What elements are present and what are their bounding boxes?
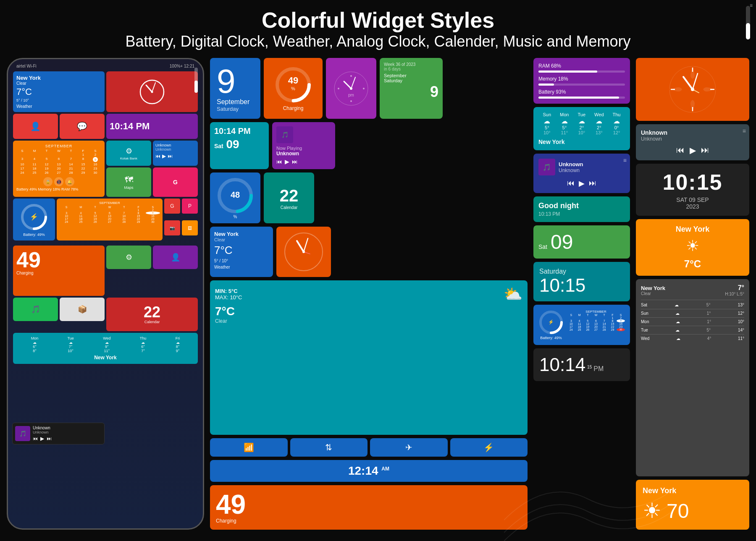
forecast-row: Mon☁6°8° Tue☁7°10° Wed☁9°11° Thu☁6°7° Fr… (16, 336, 194, 353)
right-music-text: Unknown Unknown (559, 161, 583, 173)
phone-bank-widget[interactable]: ⚙ Kotak Bank (106, 141, 151, 166)
battery48-label: % (234, 214, 237, 219)
far-weather-city: New York (676, 225, 709, 234)
phone-maps-widget[interactable]: 🗺 Maps (106, 167, 151, 197)
google-icon[interactable]: G (164, 199, 180, 214)
ring-icon: 🔔 (65, 177, 74, 186)
far-clock-svg (667, 64, 718, 115)
forecast-thu: Thu☁6°7° (140, 336, 147, 353)
phone-bottom-row: ⚡ Battery: 49% SEPTEMBER SMTWTFS 12 3456… (11, 199, 200, 242)
phone-analog-clock (106, 71, 198, 112)
center-weather-detail: MIN: 5°C MAX: 10°C ⛅ 7°C Clear (210, 280, 528, 435)
bank-label: Kotak Bank (120, 157, 137, 160)
good-night-time: 10:13 PM (538, 211, 625, 217)
photo-icon[interactable]: 📷 (164, 220, 180, 235)
phone-mockup: airtel Wi-Fi 100%+ 12:21 New York Clear … (7, 58, 204, 530)
svg-text:%: % (291, 86, 295, 91)
data-toggle[interactable]: ⇅ (290, 438, 368, 457)
date-widget: 9 September Saturday (210, 58, 260, 119)
phone-bottom-grid: 49 Charging ⚙ 👤 🎵 📦 (11, 244, 200, 366)
float-next[interactable]: ⏭ (47, 436, 52, 442)
far-right-clock (636, 58, 749, 121)
plane-icon: ✈ (405, 442, 412, 452)
phone-stats: Battery 49% Memory 18% RAM 78% (16, 187, 101, 191)
far-weather-sun: ☀ (686, 237, 699, 255)
center-fourth-row: New York Clear 7°C 5° / 10° Weather (210, 227, 528, 277)
far-forecast-row1: Sat☁5°13° (641, 300, 744, 307)
wd-max: MAX: 10°C (215, 294, 242, 301)
svg-point-20 (350, 87, 352, 90)
phone-cal-small: SEPTEMBER SMTWTFS 12 3456789 10111213141… (57, 199, 163, 240)
airplane-toggle[interactable]: ✈ (370, 438, 448, 457)
next-icon[interactable]: ⏭ (168, 153, 173, 159)
phone-google-widget[interactable]: G (153, 167, 198, 197)
svg-line-37 (683, 77, 693, 89)
phone-weather-temp: 7°C (16, 86, 101, 97)
far-controls: ⏮ ▶ ⏭ (641, 145, 744, 155)
svg-point-40 (691, 88, 694, 91)
right-next[interactable]: ⏭ (589, 179, 596, 188)
phone-spotify[interactable]: 🎵 (13, 298, 58, 321)
wd-cond: Clear (215, 318, 522, 324)
phone-contacts-icon[interactable]: 👤 (13, 114, 58, 139)
saturday-time: 10:15 (539, 275, 624, 295)
far-right-section: ≡ Unknown Unknown ⏮ ▶ ⏭ 10:15 SAT 09 SEP… (636, 58, 749, 530)
np-play[interactable]: ▶ (285, 158, 289, 165)
gallery-icon[interactable]: 🖼 (182, 220, 198, 235)
date-number: 9 (217, 65, 254, 98)
digital-big-widget: 10:15 SAT 09 SEP 2023 (636, 164, 749, 216)
far-next[interactable]: ⏭ (701, 145, 709, 155)
bluetooth-toggle[interactable]: ⚡ (450, 438, 528, 457)
prev-icon[interactable]: ⏮ (155, 153, 160, 159)
far-play[interactable]: ▶ (690, 145, 696, 155)
phone-forecast: Mon☁6°8° Tue☁7°10° Wed☁9°11° Thu☁6°7° Fr… (13, 333, 198, 364)
battery-cal-widget: ⚡ Battery: 49% SEPTEMBER SMTWTFS 12 3456… (533, 305, 630, 345)
center-analog-2 (276, 227, 331, 277)
ram-bar-fill (538, 71, 597, 73)
np-next[interactable]: ⏭ (292, 158, 298, 165)
svg-text:49: 49 (288, 75, 298, 86)
wd-temp: 7°C (215, 305, 522, 318)
page-header: Colorful Widget Styles Battery, Digital … (0, 0, 756, 55)
svg-point-14 (350, 100, 352, 102)
phone-status-bar: airtel Wi-Fi 100%+ 12:21 (11, 63, 200, 70)
float-play[interactable]: ▶ (40, 436, 44, 442)
svg-line-25 (297, 241, 304, 252)
f-sun: Sun☁5°10° (543, 112, 551, 135)
far-prev[interactable]: ⏮ (676, 145, 685, 155)
right-play[interactable]: ▶ (579, 179, 585, 188)
day09: 09 (551, 230, 573, 254)
np-controls: ⏮ ▶ ⏭ (276, 158, 331, 165)
forecast-tue: Tue☁7°10° (68, 336, 74, 353)
pinterest-icon[interactable]: P (182, 199, 198, 214)
wifi-toggle[interactable]: 📶 (210, 438, 288, 457)
charging-big-label: Charging (216, 518, 522, 524)
far-weather-widget: New York ☀ 7°C (636, 219, 749, 276)
phone-messages-icon[interactable]: 💬 (60, 114, 105, 139)
float-prev[interactable]: ⏮ (33, 436, 38, 442)
charging-label: Charging (16, 271, 101, 275)
right-prev[interactable]: ⏮ (567, 179, 575, 188)
phone-appstore[interactable]: 📦 (60, 298, 105, 321)
charge-bar-right (746, 6, 750, 39)
ny70-city: New York (643, 486, 743, 495)
np-prev[interactable]: ⏮ (276, 158, 282, 165)
music-controls: ⏮ ▶ ⏭ (155, 153, 195, 159)
svg-line-18 (351, 77, 355, 89)
charge-bar-fill (194, 81, 198, 93)
phone-charging-big: 49 Charging (13, 246, 105, 296)
maps-icon: 🗺 (125, 175, 133, 185)
far-detail-cond: Clear (641, 291, 665, 296)
far-forecast-row4: Tue☁5°14° (641, 326, 744, 332)
phone-settings[interactable]: ⚙ (106, 246, 151, 269)
center-third-row: 48 % 22 Calendar (210, 172, 528, 223)
wifi-icon: 📶 (244, 442, 254, 452)
phone-contacts[interactable]: 👤 (153, 246, 198, 269)
phone-grid: New York Clear 7°C 5° / 10° Weather (11, 70, 200, 199)
weather-detail-header: MIN: 5°C MAX: 10°C ⛅ (215, 285, 522, 303)
float-controls: ⏮ ▶ ⏭ (33, 436, 102, 442)
phone-cal-22: 22 Calendar (106, 298, 198, 331)
play-icon[interactable]: ▶ (162, 153, 166, 159)
far-detail-temp: 7° (725, 284, 744, 292)
week-label: Week 36 of 2023 (384, 62, 438, 67)
